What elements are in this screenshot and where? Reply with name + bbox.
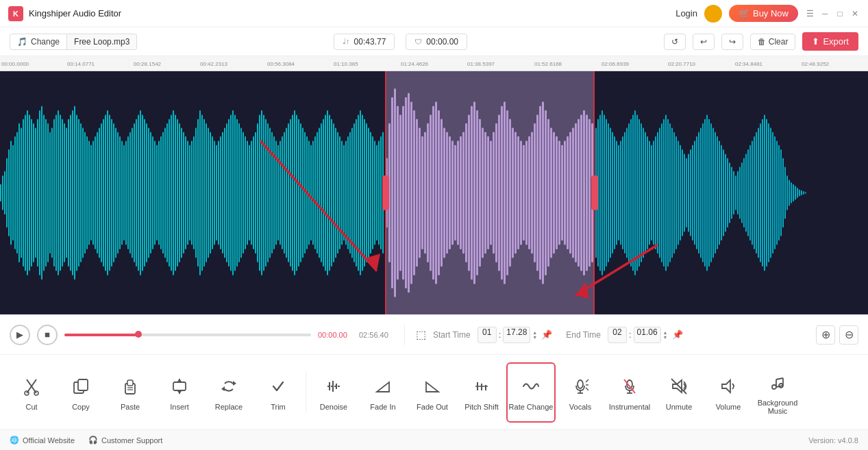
waveform-svg <box>0 71 868 314</box>
zoom-out-button[interactable]: ⊖ <box>839 325 858 345</box>
end-time-spinner[interactable]: ▲▼ <box>663 330 668 340</box>
svg-rect-195 <box>370 132 371 254</box>
minimize-icon[interactable]: ─ <box>820 9 830 18</box>
pin-icon-end[interactable]: 📌 <box>672 329 683 340</box>
svg-rect-270 <box>572 127 574 258</box>
svg-rect-399 <box>173 382 186 390</box>
maximize-icon[interactable]: □ <box>835 9 845 18</box>
login-button[interactable]: Login <box>675 8 697 18</box>
svg-text:02:48.9252: 02:48.9252 <box>802 61 830 67</box>
svg-rect-131 <box>238 123 240 262</box>
insert-label: Insert <box>170 403 189 411</box>
tool-instrumental[interactable]: Instrumental <box>605 362 654 423</box>
tool-volume[interactable]: Volume <box>704 362 753 423</box>
svg-rect-26 <box>23 119 24 267</box>
selection-icon[interactable]: ⬚ <box>416 328 426 341</box>
end-time-seconds[interactable]: 01.06 <box>634 327 661 343</box>
customer-support-link[interactable]: 🎧 Customer Support <box>88 436 162 445</box>
tool-copy[interactable]: Copy <box>56 362 106 423</box>
tool-vocals[interactable]: Vocals <box>556 362 605 423</box>
export-button[interactable]: ⬆ Export <box>802 32 858 51</box>
undo2-button[interactable]: ↩ <box>693 34 715 50</box>
start-time-seconds[interactable]: 17.28 <box>503 327 530 343</box>
tool-insert[interactable]: Insert <box>155 362 204 423</box>
progress-fill <box>64 334 138 336</box>
svg-rect-18 <box>6 158 8 227</box>
file-bar-right: ↺ ↩ ↪ 🗑 Clear ⬆ Export <box>664 32 858 51</box>
stop-button[interactable]: ■ <box>37 325 58 345</box>
svg-rect-130 <box>236 119 238 267</box>
svg-rect-89 <box>152 136 153 249</box>
tool-pitch-shift[interactable]: Pitch Shift <box>457 362 506 423</box>
tool-trim[interactable]: Trim <box>253 362 303 423</box>
duration-icon: ♩↑ <box>343 37 350 46</box>
svg-rect-286 <box>612 132 613 254</box>
svg-rect-105 <box>185 136 186 249</box>
pitch-shift-icon <box>469 374 494 399</box>
buy-now-button[interactable]: 🛒 Buy Now <box>729 5 798 22</box>
svg-rect-192 <box>364 119 365 267</box>
svg-rect-119 <box>214 140 215 245</box>
svg-rect-300 <box>641 123 642 262</box>
svg-rect-320 <box>682 149 683 236</box>
svg-rect-353 <box>749 145 751 240</box>
svg-rect-31 <box>33 123 34 262</box>
zoom-in-button[interactable]: ⊕ <box>816 325 835 345</box>
svg-rect-103 <box>181 127 182 258</box>
svg-rect-347 <box>737 171 739 214</box>
svg-marker-403 <box>177 391 182 394</box>
close-icon[interactable]: ✕ <box>850 9 860 18</box>
svg-rect-200 <box>380 136 382 249</box>
svg-rect-254 <box>528 136 530 249</box>
svg-rect-95 <box>164 127 166 258</box>
svg-rect-198 <box>376 145 377 240</box>
waveform-area[interactable] <box>0 71 868 314</box>
version-text: Version: v4.0.8 <box>808 436 858 445</box>
svg-text:01:24.4626: 01:24.4626 <box>401 61 429 67</box>
svg-rect-163 <box>304 132 306 254</box>
globe-icon: 🌐 <box>10 436 19 445</box>
tool-cut[interactable]: Cut <box>7 362 56 423</box>
redo-button[interactable]: ↪ <box>721 34 743 50</box>
menu-icon[interactable]: ☰ <box>805 9 815 18</box>
svg-rect-334 <box>710 123 712 262</box>
change-button[interactable]: 🎵 Change <box>10 34 67 50</box>
play-button[interactable]: ▶ <box>10 325 30 345</box>
svg-rect-199 <box>378 140 380 245</box>
progress-bar[interactable] <box>64 334 311 336</box>
start-time-spinner[interactable]: ▲▼ <box>532 330 537 340</box>
app-logo: K <box>8 6 23 21</box>
svg-rect-90 <box>154 140 156 245</box>
svg-rect-312 <box>665 114 667 271</box>
tool-rate-change[interactable]: Rate Change <box>506 362 556 423</box>
svg-rect-128 <box>232 110 234 275</box>
svg-rect-297 <box>634 110 636 275</box>
tool-background-music[interactable]: Background Music <box>753 362 802 423</box>
svg-rect-52 <box>76 114 77 271</box>
tool-fade-out[interactable]: Fade Out <box>408 362 457 423</box>
background-music-icon <box>765 370 790 395</box>
end-time-minutes[interactable]: 02 <box>608 327 627 343</box>
undo-button[interactable]: ↺ <box>664 34 686 50</box>
svg-rect-335 <box>712 127 714 258</box>
tool-fade-in[interactable]: Fade In <box>358 362 408 423</box>
official-website-link[interactable]: 🌐 Official Website <box>10 436 75 445</box>
svg-rect-30 <box>31 119 32 267</box>
tool-paste[interactable]: Paste <box>106 362 155 423</box>
replace-label: Replace <box>215 403 243 411</box>
tool-replace[interactable]: Replace <box>204 362 253 423</box>
svg-rect-124 <box>224 127 225 258</box>
svg-rect-61 <box>95 136 96 249</box>
pin-icon-start[interactable]: 📌 <box>541 329 552 340</box>
start-time-minutes[interactable]: 01 <box>478 327 497 343</box>
clear-button[interactable]: 🗑 Clear <box>750 34 796 50</box>
svg-rect-40 <box>51 127 53 258</box>
tool-unmute[interactable]: Unmute <box>654 362 704 423</box>
svg-rect-305 <box>651 145 652 240</box>
avatar <box>704 5 722 23</box>
svg-text:01:52.6168: 01:52.6168 <box>534 61 562 67</box>
tool-denoise[interactable]: Denoise <box>309 362 358 423</box>
svg-rect-240 <box>490 140 492 245</box>
total-time: 02:56.40 <box>359 331 393 339</box>
svg-rect-125 <box>226 123 227 262</box>
